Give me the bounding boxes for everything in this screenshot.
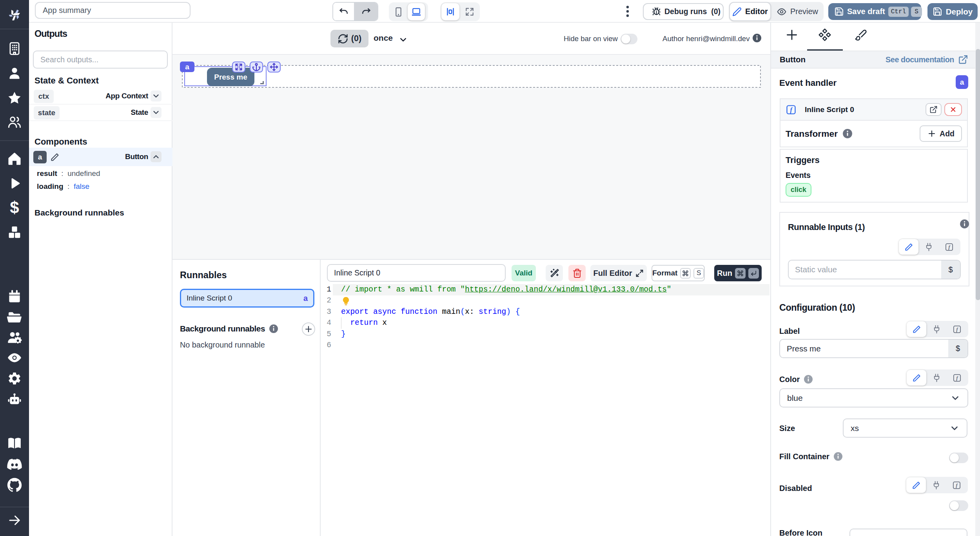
svg-text:f: f [790,106,793,113]
svg-text:f: f [956,326,958,332]
svg-text:f: f [956,375,958,381]
svg-text:f: f [956,482,958,488]
svg-text:f: f [948,244,951,250]
